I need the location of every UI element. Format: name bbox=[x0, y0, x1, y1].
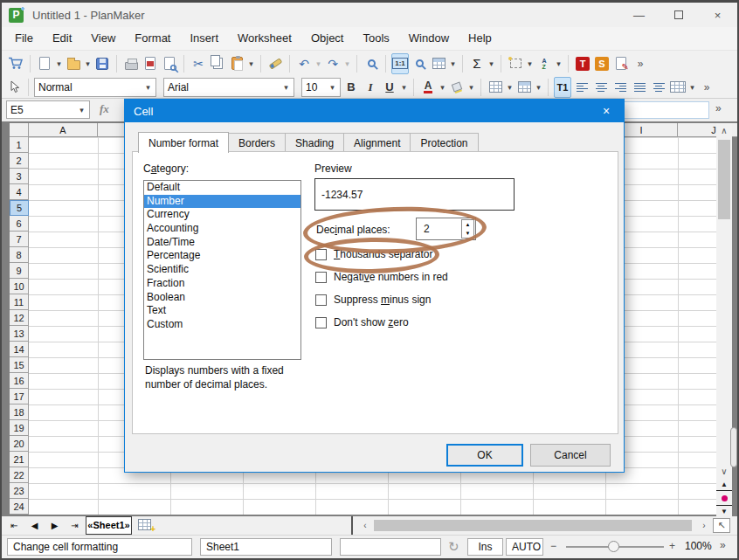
ok-button[interactable]: OK bbox=[446, 444, 523, 467]
spin-down-icon[interactable]: ▼ bbox=[462, 229, 473, 238]
autosum-dropdown[interactable]: ▾ bbox=[487, 59, 495, 68]
insert-table-dropdown[interactable]: ▾ bbox=[449, 59, 457, 68]
record-dot-icon[interactable] bbox=[716, 492, 732, 504]
row-header-8[interactable]: 8 bbox=[10, 247, 29, 263]
font-dropdown[interactable]: ▾ bbox=[282, 83, 290, 92]
presentations-icon[interactable]: ✎ bbox=[612, 53, 630, 74]
print-icon[interactable] bbox=[122, 53, 140, 74]
cut-icon[interactable]: ✂ bbox=[190, 53, 207, 74]
tab-borders[interactable]: Borders bbox=[229, 133, 286, 152]
row-header-3[interactable]: 3 bbox=[10, 169, 29, 184]
open-folder-icon[interactable] bbox=[65, 53, 82, 74]
menu-file[interactable]: File bbox=[5, 27, 43, 50]
jump-to-origin-icon[interactable]: ↖ bbox=[713, 518, 730, 533]
checkbox-0[interactable] bbox=[315, 249, 327, 260]
jump-next-icon[interactable]: ▼ bbox=[716, 505, 732, 517]
zoom-in-icon[interactable]: + bbox=[669, 540, 675, 552]
redo-dropdown[interactable]: ▾ bbox=[343, 59, 351, 68]
scroll-down-icon[interactable]: ∨ bbox=[716, 464, 732, 478]
print-preview-icon[interactable] bbox=[161, 53, 178, 74]
zoom-slider-handle[interactable] bbox=[608, 541, 619, 552]
object-frame-icon[interactable] bbox=[507, 53, 524, 74]
toolbar-overflow[interactable]: » bbox=[632, 53, 649, 74]
select-all-corner[interactable] bbox=[10, 123, 29, 137]
row-header-9[interactable]: 9 bbox=[10, 263, 29, 279]
zoom-out-icon[interactable]: − bbox=[550, 540, 556, 552]
new-document-dropdown[interactable]: ▾ bbox=[55, 59, 63, 68]
row-header-6[interactable]: 6 bbox=[10, 216, 29, 232]
category-item-currency[interactable]: Currency bbox=[144, 208, 300, 222]
cell-format-icon[interactable] bbox=[515, 77, 533, 98]
insert-mode-indicator[interactable]: Ins bbox=[467, 538, 503, 556]
row-header-12[interactable]: 12 bbox=[10, 310, 29, 326]
menu-format[interactable]: Format bbox=[125, 27, 180, 50]
tab-shading[interactable]: Shading bbox=[286, 133, 344, 152]
autosum-icon[interactable]: Σ bbox=[468, 53, 486, 74]
checkbox-1[interactable] bbox=[315, 272, 327, 283]
row-header-22[interactable]: 22 bbox=[10, 467, 29, 483]
borders-dropdown[interactable]: ▾ bbox=[506, 83, 514, 92]
row-header-13[interactable]: 13 bbox=[10, 326, 29, 342]
minimize-button[interactable]: — bbox=[619, 3, 659, 26]
category-item-number[interactable]: Number bbox=[144, 195, 300, 209]
shop-cart-icon[interactable] bbox=[7, 53, 24, 74]
open-dropdown[interactable]: ▾ bbox=[84, 59, 92, 68]
underline-dropdown[interactable]: ▾ bbox=[400, 83, 408, 92]
row-header-11[interactable]: 11 bbox=[10, 294, 29, 310]
category-item-default[interactable]: Default bbox=[144, 181, 300, 195]
number-format-toggle[interactable]: T1 bbox=[554, 77, 571, 98]
category-item-percentage[interactable]: Percentage bbox=[144, 249, 300, 263]
category-item-date-time[interactable]: Date/Time bbox=[144, 236, 300, 250]
last-sheet-button[interactable]: ⇥ bbox=[66, 518, 84, 533]
align-justify-icon[interactable] bbox=[631, 77, 648, 98]
borders-icon[interactable] bbox=[487, 77, 504, 98]
object-frame-dropdown[interactable]: ▾ bbox=[526, 59, 534, 68]
category-item-scientific[interactable]: Scientific bbox=[144, 263, 300, 277]
next-sheet-button[interactable]: ▶ bbox=[45, 518, 64, 533]
category-item-text[interactable]: Text bbox=[144, 304, 300, 318]
row-header-10[interactable]: 10 bbox=[10, 279, 29, 294]
category-item-boolean[interactable]: Boolean bbox=[144, 291, 300, 305]
row-header-7[interactable]: 7 bbox=[10, 232, 29, 247]
search-icon[interactable] bbox=[363, 53, 380, 74]
pointer-icon[interactable] bbox=[5, 77, 23, 98]
menu-object[interactable]: Object bbox=[301, 27, 354, 50]
menu-worksheet[interactable]: Worksheet bbox=[228, 27, 301, 50]
undo-icon[interactable]: ↶ bbox=[295, 53, 313, 74]
row-header-2[interactable]: 2 bbox=[10, 153, 29, 169]
name-box-dropdown[interactable]: ▾ bbox=[78, 106, 86, 114]
cell-format-dropdown[interactable]: ▾ bbox=[535, 83, 542, 92]
maximize-button[interactable] bbox=[659, 3, 698, 26]
align-center-icon[interactable] bbox=[592, 77, 610, 98]
fx-icon[interactable]: fx bbox=[100, 102, 109, 116]
italic-button[interactable]: I bbox=[362, 77, 379, 98]
new-document-icon[interactable] bbox=[36, 53, 53, 74]
bold-button[interactable]: B bbox=[342, 77, 360, 98]
style-dropdown[interactable]: ▾ bbox=[144, 83, 152, 92]
add-sheet-icon[interactable]: + bbox=[138, 519, 151, 530]
previous-sheet-button[interactable]: ◀ bbox=[25, 518, 44, 533]
cancel-button[interactable]: Cancel bbox=[530, 444, 611, 467]
close-button[interactable]: × bbox=[698, 3, 737, 26]
row-header-4[interactable]: 4 bbox=[10, 184, 29, 200]
category-item-accounting[interactable]: Accounting bbox=[144, 222, 300, 236]
font-size-select[interactable]: 10▾ bbox=[301, 78, 341, 97]
font-color-icon[interactable]: A bbox=[419, 77, 437, 98]
category-item-fraction[interactable]: Fraction bbox=[144, 277, 300, 291]
decimal-places-stepper[interactable]: 2 ▲ ▼ bbox=[416, 218, 476, 240]
row-header-19[interactable]: 19 bbox=[10, 420, 29, 436]
menu-help[interactable]: Help bbox=[459, 27, 501, 50]
scroll-right-icon[interactable]: › bbox=[697, 518, 711, 533]
category-item-custom[interactable]: Custom bbox=[144, 318, 300, 332]
horizontal-scroll-thumb[interactable] bbox=[374, 520, 692, 531]
statusbar-overflow[interactable]: » bbox=[720, 539, 726, 551]
align-right-icon[interactable] bbox=[611, 77, 629, 98]
vertical-scroll-thumb[interactable] bbox=[718, 140, 730, 219]
font-select[interactable]: Arial▾ bbox=[163, 78, 294, 97]
insert-table-icon[interactable] bbox=[430, 53, 447, 74]
row-header-23[interactable]: 23 bbox=[10, 483, 29, 499]
sync-icon[interactable]: ↻ bbox=[448, 539, 459, 555]
row-header-24[interactable]: 24 bbox=[10, 499, 29, 515]
decimal-places-value[interactable]: 2 bbox=[424, 223, 430, 235]
paste-icon[interactable] bbox=[228, 53, 245, 74]
